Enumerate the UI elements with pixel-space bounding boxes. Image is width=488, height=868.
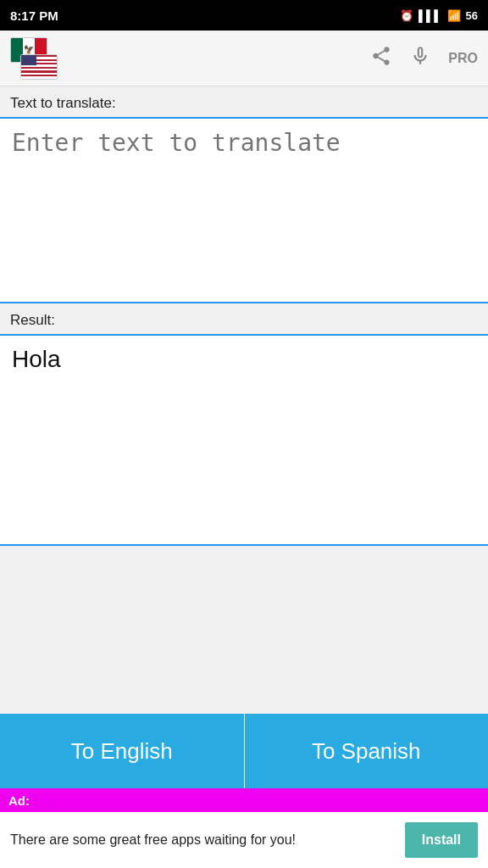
pro-label[interactable]: PRO [448, 51, 478, 66]
flag-canton [21, 55, 36, 66]
result-output: Hola [0, 334, 488, 546]
status-bar: 8:17 PM ⏰ ▌▌▌ 📶 56 [0, 0, 488, 31]
battery-label: 56 [466, 9, 478, 22]
to-english-button[interactable]: To English [0, 714, 245, 788]
top-bar-actions: PRO [370, 45, 478, 72]
result-section-label: Result: [0, 303, 488, 334]
signal-icon: ▌▌▌ [419, 9, 442, 22]
time-label: 8:17 PM [10, 8, 58, 23]
ad-text: There are some great free apps waiting f… [10, 831, 395, 849]
wifi-icon: 📶 [447, 9, 461, 22]
share-icon[interactable] [370, 45, 392, 72]
top-bar: 🦅 PRO [0, 31, 488, 86]
ad-bar: Ad: [0, 788, 488, 812]
status-icons: ⏰ ▌▌▌ 📶 56 [400, 9, 478, 22]
language-flags[interactable]: 🦅 [10, 37, 59, 80]
input-section-label: Text to translate: [0, 86, 488, 117]
microphone-icon[interactable] [409, 45, 431, 72]
alarm-icon: ⏰ [400, 9, 413, 22]
translate-buttons: To English To Spanish [0, 714, 488, 788]
install-button[interactable]: Install [405, 822, 478, 858]
translate-input[interactable] [0, 117, 488, 303]
usa-flag [20, 54, 58, 80]
ad-content: There are some great free apps waiting f… [0, 812, 488, 868]
ad-label: Ad: [8, 793, 30, 808]
to-spanish-button[interactable]: To Spanish [245, 714, 489, 788]
status-time: 8:17 PM [10, 8, 58, 23]
main-content: Text to translate: Result: Hola [0, 86, 488, 714]
